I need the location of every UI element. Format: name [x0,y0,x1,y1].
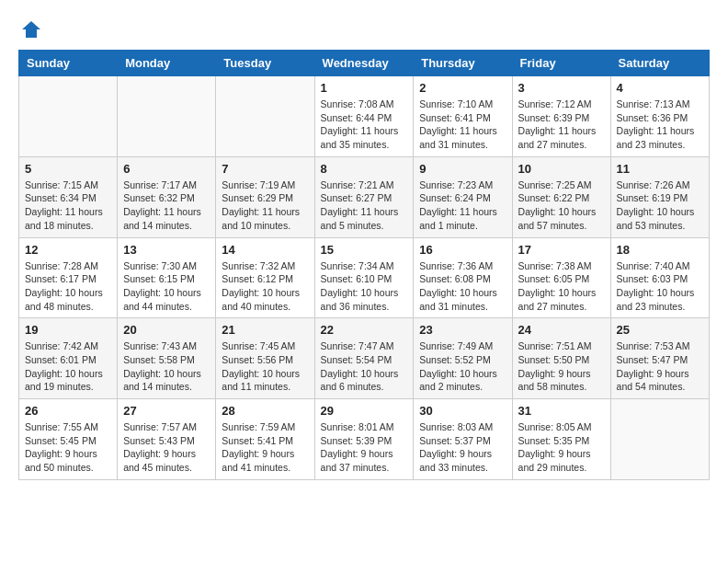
calendar-day-cell [610,399,709,480]
logo-icon [20,18,42,40]
calendar-day-cell: 16 Sunrise: 7:36 AM Sunset: 6:08 PM Dayl… [414,237,512,318]
day-info: Sunrise: 7:28 AM Sunset: 6:17 PM Dayligh… [25,259,111,314]
day-info: Sunrise: 8:05 AM Sunset: 5:35 PM Dayligh… [518,420,605,475]
day-number: 21 [222,323,308,337]
sunset-text: Sunset: 6:03 PM [617,273,688,284]
sunrise-text: Sunrise: 7:51 AM [518,340,592,351]
weekday-header: Wednesday [314,51,414,76]
day-number: 6 [123,162,210,176]
daylight-text: Daylight: 11 hours and 14 minutes. [123,206,201,231]
daylight-text: Daylight: 9 hours and 37 minutes. [321,448,393,473]
day-info: Sunrise: 7:49 AM Sunset: 5:52 PM Dayligh… [419,339,506,394]
sunrise-text: Sunrise: 7:57 AM [123,421,197,432]
calendar-day-cell: 26 Sunrise: 7:55 AM Sunset: 5:45 PM Dayl… [19,399,118,480]
day-info: Sunrise: 7:08 AM Sunset: 6:44 PM Dayligh… [321,98,408,152]
sunset-text: Sunset: 5:52 PM [419,354,491,365]
sunset-text: Sunset: 6:10 PM [321,273,392,284]
calendar-day-cell: 9 Sunrise: 7:23 AM Sunset: 6:24 PM Dayli… [414,156,512,237]
day-number: 26 [25,404,111,418]
day-number: 19 [25,323,111,337]
sunrise-text: Sunrise: 7:36 AM [419,260,493,271]
day-number: 5 [25,162,111,176]
day-info: Sunrise: 7:13 AM Sunset: 6:36 PM Dayligh… [617,98,703,152]
sunrise-text: Sunrise: 7:10 AM [419,98,493,109]
day-number: 12 [25,243,111,257]
sunrise-text: Sunrise: 7:32 AM [222,260,295,271]
sunset-text: Sunset: 5:45 PM [25,435,97,446]
sunrise-text: Sunrise: 7:47 AM [321,340,394,351]
sunset-text: Sunset: 6:44 PM [321,112,392,123]
day-info: Sunrise: 8:01 AM Sunset: 5:39 PM Dayligh… [321,420,408,475]
calendar-day-cell: 7 Sunrise: 7:19 AM Sunset: 6:29 PM Dayli… [216,156,314,237]
daylight-text: Daylight: 10 hours and 6 minutes. [321,368,399,393]
daylight-text: Daylight: 11 hours and 31 minutes. [419,125,497,150]
sunset-text: Sunset: 6:08 PM [419,273,491,284]
daylight-text: Daylight: 10 hours and 53 minutes. [617,206,695,231]
daylight-text: Daylight: 10 hours and 19 minutes. [25,368,103,393]
calendar-day-cell: 11 Sunrise: 7:26 AM Sunset: 6:19 PM Dayl… [610,156,709,237]
sunrise-text: Sunrise: 8:01 AM [321,421,394,432]
daylight-text: Daylight: 9 hours and 29 minutes. [518,448,591,473]
calendar-day-cell: 25 Sunrise: 7:53 AM Sunset: 5:47 PM Dayl… [610,318,709,399]
sunrise-text: Sunrise: 7:40 AM [617,260,690,271]
calendar-week-row: 5 Sunrise: 7:15 AM Sunset: 6:34 PM Dayli… [19,156,710,237]
day-info: Sunrise: 7:40 AM Sunset: 6:03 PM Dayligh… [617,259,703,314]
sunset-text: Sunset: 6:01 PM [25,354,97,365]
calendar-day-cell: 20 Sunrise: 7:43 AM Sunset: 5:58 PM Dayl… [118,318,216,399]
day-info: Sunrise: 7:15 AM Sunset: 6:34 PM Dayligh… [25,178,111,233]
day-number: 27 [123,404,210,418]
calendar-week-row: 1 Sunrise: 7:08 AM Sunset: 6:44 PM Dayli… [19,76,710,157]
sunset-text: Sunset: 5:39 PM [321,435,392,446]
day-number: 3 [518,81,605,95]
calendar-day-cell: 19 Sunrise: 7:42 AM Sunset: 6:01 PM Dayl… [19,318,118,399]
calendar-day-cell: 28 Sunrise: 7:59 AM Sunset: 5:41 PM Dayl… [216,399,314,480]
sunset-text: Sunset: 5:50 PM [518,354,590,365]
daylight-text: Daylight: 10 hours and 11 minutes. [222,368,300,393]
calendar-day-cell: 18 Sunrise: 7:40 AM Sunset: 6:03 PM Dayl… [610,237,709,318]
day-number: 23 [419,323,506,337]
calendar-day-cell: 29 Sunrise: 8:01 AM Sunset: 5:39 PM Dayl… [314,399,414,480]
sunset-text: Sunset: 6:32 PM [123,192,195,203]
sunrise-text: Sunrise: 7:28 AM [25,260,98,271]
weekday-header: Tuesday [216,51,314,76]
day-number: 2 [419,81,506,95]
day-number: 10 [518,162,605,176]
day-number: 17 [518,243,605,257]
calendar-day-cell: 21 Sunrise: 7:45 AM Sunset: 5:56 PM Dayl… [216,318,314,399]
sunrise-text: Sunrise: 7:08 AM [321,98,394,109]
day-info: Sunrise: 7:19 AM Sunset: 6:29 PM Dayligh… [222,178,308,233]
calendar-day-cell [19,76,118,157]
day-number: 4 [617,81,703,95]
daylight-text: Daylight: 11 hours and 23 minutes. [617,125,695,150]
calendar-day-cell: 5 Sunrise: 7:15 AM Sunset: 6:34 PM Dayli… [19,156,118,237]
day-info: Sunrise: 7:26 AM Sunset: 6:19 PM Dayligh… [617,178,703,233]
sunrise-text: Sunrise: 7:42 AM [25,340,98,351]
calendar-day-cell [118,76,216,157]
day-info: Sunrise: 8:03 AM Sunset: 5:37 PM Dayligh… [419,420,506,475]
calendar-day-cell: 13 Sunrise: 7:30 AM Sunset: 6:15 PM Dayl… [118,237,216,318]
sunset-text: Sunset: 6:17 PM [25,273,97,284]
sunset-text: Sunset: 6:19 PM [617,192,688,203]
day-info: Sunrise: 7:51 AM Sunset: 5:50 PM Dayligh… [518,339,605,394]
day-number: 20 [123,323,210,337]
day-number: 13 [123,243,210,257]
day-info: Sunrise: 7:59 AM Sunset: 5:41 PM Dayligh… [222,420,308,475]
sunrise-text: Sunrise: 7:34 AM [321,260,394,271]
calendar-week-row: 12 Sunrise: 7:28 AM Sunset: 6:17 PM Dayl… [19,237,710,318]
page-header [18,18,710,40]
calendar-day-cell [216,76,314,157]
daylight-text: Daylight: 11 hours and 35 minutes. [321,125,399,150]
day-info: Sunrise: 7:45 AM Sunset: 5:56 PM Dayligh… [222,339,308,394]
daylight-text: Daylight: 9 hours and 54 minutes. [617,368,689,393]
daylight-text: Daylight: 9 hours and 50 minutes. [25,448,97,473]
calendar-day-cell: 15 Sunrise: 7:34 AM Sunset: 6:10 PM Dayl… [314,237,414,318]
daylight-text: Daylight: 11 hours and 18 minutes. [25,206,103,231]
sunset-text: Sunset: 6:22 PM [518,192,590,203]
day-number: 11 [617,162,703,176]
day-info: Sunrise: 7:53 AM Sunset: 5:47 PM Dayligh… [617,339,703,394]
day-info: Sunrise: 7:12 AM Sunset: 6:39 PM Dayligh… [518,98,605,152]
day-info: Sunrise: 7:57 AM Sunset: 5:43 PM Dayligh… [123,420,210,475]
weekday-header: Friday [512,51,610,76]
daylight-text: Daylight: 10 hours and 14 minutes. [123,368,201,393]
calendar-day-cell: 23 Sunrise: 7:49 AM Sunset: 5:52 PM Dayl… [414,318,512,399]
